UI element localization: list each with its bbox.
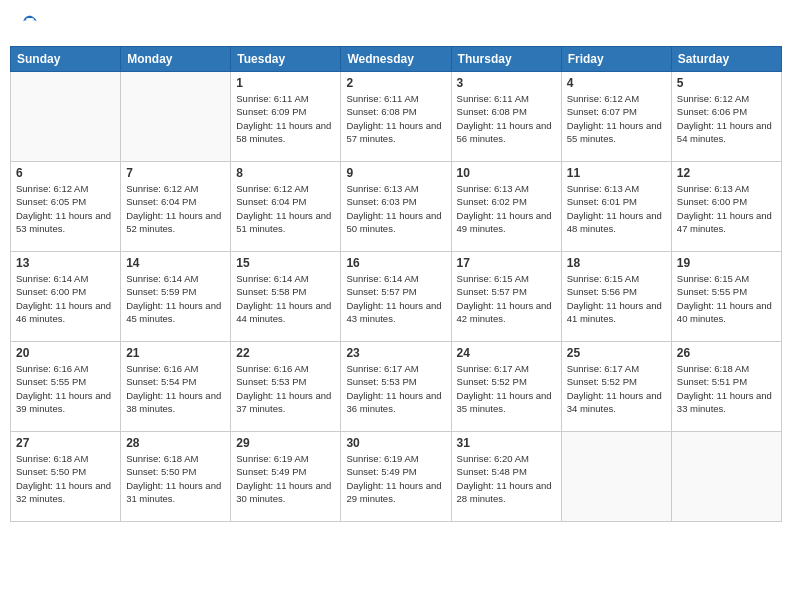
day-number: 26 xyxy=(677,346,776,360)
sunset-text: Sunset: 5:50 PM xyxy=(126,466,196,477)
day-info: Sunrise: 6:14 AM Sunset: 5:58 PM Dayligh… xyxy=(236,272,335,325)
day-info: Sunrise: 6:14 AM Sunset: 6:00 PM Dayligh… xyxy=(16,272,115,325)
daylight-text: Daylight: 11 hours and 50 minutes. xyxy=(346,210,441,234)
day-info: Sunrise: 6:13 AM Sunset: 6:01 PM Dayligh… xyxy=(567,182,666,235)
sunrise-text: Sunrise: 6:12 AM xyxy=(567,93,639,104)
daylight-text: Daylight: 11 hours and 53 minutes. xyxy=(16,210,111,234)
sunrise-text: Sunrise: 6:19 AM xyxy=(346,453,418,464)
sunset-text: Sunset: 6:00 PM xyxy=(677,196,747,207)
day-number: 8 xyxy=(236,166,335,180)
sunset-text: Sunset: 5:55 PM xyxy=(16,376,86,387)
sunset-text: Sunset: 6:02 PM xyxy=(457,196,527,207)
sunset-text: Sunset: 6:07 PM xyxy=(567,106,637,117)
calendar-cell: 28 Sunrise: 6:18 AM Sunset: 5:50 PM Dayl… xyxy=(121,432,231,522)
sunset-text: Sunset: 6:00 PM xyxy=(16,286,86,297)
logo-bird-icon xyxy=(20,14,40,34)
day-number: 10 xyxy=(457,166,556,180)
calendar-cell: 20 Sunrise: 6:16 AM Sunset: 5:55 PM Dayl… xyxy=(11,342,121,432)
weekday-header-tuesday: Tuesday xyxy=(231,47,341,72)
daylight-text: Daylight: 11 hours and 45 minutes. xyxy=(126,300,221,324)
sunrise-text: Sunrise: 6:15 AM xyxy=(457,273,529,284)
day-info: Sunrise: 6:12 AM Sunset: 6:04 PM Dayligh… xyxy=(236,182,335,235)
sunset-text: Sunset: 6:04 PM xyxy=(236,196,306,207)
sunset-text: Sunset: 5:58 PM xyxy=(236,286,306,297)
sunrise-text: Sunrise: 6:16 AM xyxy=(126,363,198,374)
calendar-cell: 21 Sunrise: 6:16 AM Sunset: 5:54 PM Dayl… xyxy=(121,342,231,432)
daylight-text: Daylight: 11 hours and 38 minutes. xyxy=(126,390,221,414)
day-number: 12 xyxy=(677,166,776,180)
sunset-text: Sunset: 5:51 PM xyxy=(677,376,747,387)
calendar-cell: 3 Sunrise: 6:11 AM Sunset: 6:08 PM Dayli… xyxy=(451,72,561,162)
sunrise-text: Sunrise: 6:18 AM xyxy=(16,453,88,464)
sunrise-text: Sunrise: 6:13 AM xyxy=(677,183,749,194)
sunrise-text: Sunrise: 6:14 AM xyxy=(126,273,198,284)
day-number: 19 xyxy=(677,256,776,270)
daylight-text: Daylight: 11 hours and 44 minutes. xyxy=(236,300,331,324)
sunrise-text: Sunrise: 6:13 AM xyxy=(567,183,639,194)
sunrise-text: Sunrise: 6:17 AM xyxy=(567,363,639,374)
day-info: Sunrise: 6:13 AM Sunset: 6:00 PM Dayligh… xyxy=(677,182,776,235)
day-info: Sunrise: 6:14 AM Sunset: 5:59 PM Dayligh… xyxy=(126,272,225,325)
day-info: Sunrise: 6:12 AM Sunset: 6:05 PM Dayligh… xyxy=(16,182,115,235)
calendar-cell: 7 Sunrise: 6:12 AM Sunset: 6:04 PM Dayli… xyxy=(121,162,231,252)
sunrise-text: Sunrise: 6:11 AM xyxy=(346,93,418,104)
calendar-cell: 9 Sunrise: 6:13 AM Sunset: 6:03 PM Dayli… xyxy=(341,162,451,252)
sunset-text: Sunset: 6:08 PM xyxy=(346,106,416,117)
day-number: 27 xyxy=(16,436,115,450)
daylight-text: Daylight: 11 hours and 52 minutes. xyxy=(126,210,221,234)
calendar-cell: 30 Sunrise: 6:19 AM Sunset: 5:49 PM Dayl… xyxy=(341,432,451,522)
sunrise-text: Sunrise: 6:17 AM xyxy=(457,363,529,374)
sunset-text: Sunset: 5:50 PM xyxy=(16,466,86,477)
day-number: 9 xyxy=(346,166,445,180)
day-info: Sunrise: 6:16 AM Sunset: 5:55 PM Dayligh… xyxy=(16,362,115,415)
day-number: 1 xyxy=(236,76,335,90)
daylight-text: Daylight: 11 hours and 36 minutes. xyxy=(346,390,441,414)
day-info: Sunrise: 6:19 AM Sunset: 5:49 PM Dayligh… xyxy=(236,452,335,505)
sunrise-text: Sunrise: 6:19 AM xyxy=(236,453,308,464)
day-info: Sunrise: 6:17 AM Sunset: 5:52 PM Dayligh… xyxy=(567,362,666,415)
sunrise-text: Sunrise: 6:15 AM xyxy=(677,273,749,284)
sunset-text: Sunset: 6:08 PM xyxy=(457,106,527,117)
weekday-header-row: SundayMondayTuesdayWednesdayThursdayFrid… xyxy=(11,47,782,72)
daylight-text: Daylight: 11 hours and 47 minutes. xyxy=(677,210,772,234)
day-number: 14 xyxy=(126,256,225,270)
sunset-text: Sunset: 5:52 PM xyxy=(457,376,527,387)
day-number: 11 xyxy=(567,166,666,180)
day-number: 7 xyxy=(126,166,225,180)
day-number: 22 xyxy=(236,346,335,360)
sunset-text: Sunset: 5:56 PM xyxy=(567,286,637,297)
day-number: 28 xyxy=(126,436,225,450)
daylight-text: Daylight: 11 hours and 31 minutes. xyxy=(126,480,221,504)
day-number: 15 xyxy=(236,256,335,270)
day-info: Sunrise: 6:20 AM Sunset: 5:48 PM Dayligh… xyxy=(457,452,556,505)
sunrise-text: Sunrise: 6:20 AM xyxy=(457,453,529,464)
daylight-text: Daylight: 11 hours and 32 minutes. xyxy=(16,480,111,504)
day-info: Sunrise: 6:11 AM Sunset: 6:08 PM Dayligh… xyxy=(346,92,445,145)
calendar-cell xyxy=(11,72,121,162)
sunset-text: Sunset: 5:53 PM xyxy=(346,376,416,387)
calendar-cell: 19 Sunrise: 6:15 AM Sunset: 5:55 PM Dayl… xyxy=(671,252,781,342)
daylight-text: Daylight: 11 hours and 43 minutes. xyxy=(346,300,441,324)
calendar-week-row: 27 Sunrise: 6:18 AM Sunset: 5:50 PM Dayl… xyxy=(11,432,782,522)
sunrise-text: Sunrise: 6:12 AM xyxy=(677,93,749,104)
weekday-header-saturday: Saturday xyxy=(671,47,781,72)
calendar-cell: 14 Sunrise: 6:14 AM Sunset: 5:59 PM Dayl… xyxy=(121,252,231,342)
day-number: 25 xyxy=(567,346,666,360)
weekday-header-sunday: Sunday xyxy=(11,47,121,72)
day-number: 29 xyxy=(236,436,335,450)
daylight-text: Daylight: 11 hours and 46 minutes. xyxy=(16,300,111,324)
day-number: 5 xyxy=(677,76,776,90)
weekday-header-thursday: Thursday xyxy=(451,47,561,72)
day-number: 21 xyxy=(126,346,225,360)
sunset-text: Sunset: 5:59 PM xyxy=(126,286,196,297)
calendar-cell: 4 Sunrise: 6:12 AM Sunset: 6:07 PM Dayli… xyxy=(561,72,671,162)
calendar-cell: 29 Sunrise: 6:19 AM Sunset: 5:49 PM Dayl… xyxy=(231,432,341,522)
calendar-cell: 16 Sunrise: 6:14 AM Sunset: 5:57 PM Dayl… xyxy=(341,252,451,342)
day-number: 2 xyxy=(346,76,445,90)
calendar-cell: 26 Sunrise: 6:18 AM Sunset: 5:51 PM Dayl… xyxy=(671,342,781,432)
day-info: Sunrise: 6:13 AM Sunset: 6:03 PM Dayligh… xyxy=(346,182,445,235)
calendar-cell: 27 Sunrise: 6:18 AM Sunset: 5:50 PM Dayl… xyxy=(11,432,121,522)
day-info: Sunrise: 6:12 AM Sunset: 6:04 PM Dayligh… xyxy=(126,182,225,235)
calendar-cell: 2 Sunrise: 6:11 AM Sunset: 6:08 PM Dayli… xyxy=(341,72,451,162)
calendar-cell: 12 Sunrise: 6:13 AM Sunset: 6:00 PM Dayl… xyxy=(671,162,781,252)
